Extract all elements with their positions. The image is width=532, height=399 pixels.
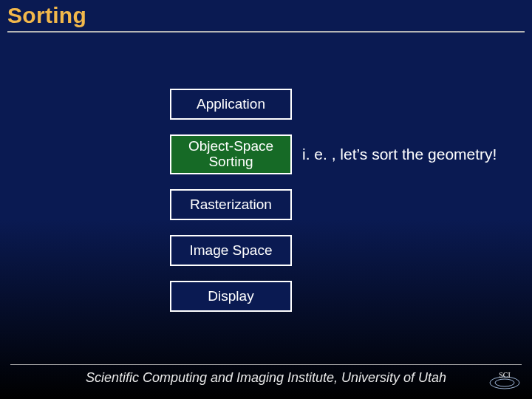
footer-text: Scientific Computing and Imaging Institu… bbox=[0, 370, 532, 386]
sci-logo-icon: SCI bbox=[488, 369, 522, 390]
footer-divider bbox=[10, 364, 522, 365]
stage-label-line1: Object-Space bbox=[188, 139, 273, 154]
stage-label: Image Space bbox=[190, 243, 273, 259]
stage-application: Application bbox=[170, 89, 292, 120]
stage-object-space-sorting: Object-Space Sorting bbox=[170, 134, 292, 174]
stage-row-object-space: Object-Space Sorting i. e. , let’s sort … bbox=[170, 134, 497, 174]
stage-label: Application bbox=[197, 97, 265, 112]
stage-label: Display bbox=[208, 289, 253, 304]
annotation-text: i. e. , let’s sort the geometry! bbox=[302, 146, 497, 163]
slide: Sorting Application Object-Space Sorting… bbox=[0, 0, 532, 399]
stage-image-space: Image Space bbox=[170, 235, 292, 266]
svg-point-1 bbox=[495, 379, 514, 386]
logo-text: SCI bbox=[499, 371, 511, 379]
slide-title: Sorting bbox=[7, 3, 86, 28]
stage-label-line2: Sorting bbox=[188, 154, 273, 170]
stage-label: Rasterization bbox=[190, 197, 272, 213]
title-underline bbox=[7, 31, 525, 33]
pipeline-diagram: Application Object-Space Sorting i. e. ,… bbox=[170, 89, 497, 312]
stage-display: Display bbox=[170, 281, 292, 312]
stage-rasterization: Rasterization bbox=[170, 189, 292, 220]
stage-label-wrap: Object-Space Sorting bbox=[188, 139, 273, 170]
